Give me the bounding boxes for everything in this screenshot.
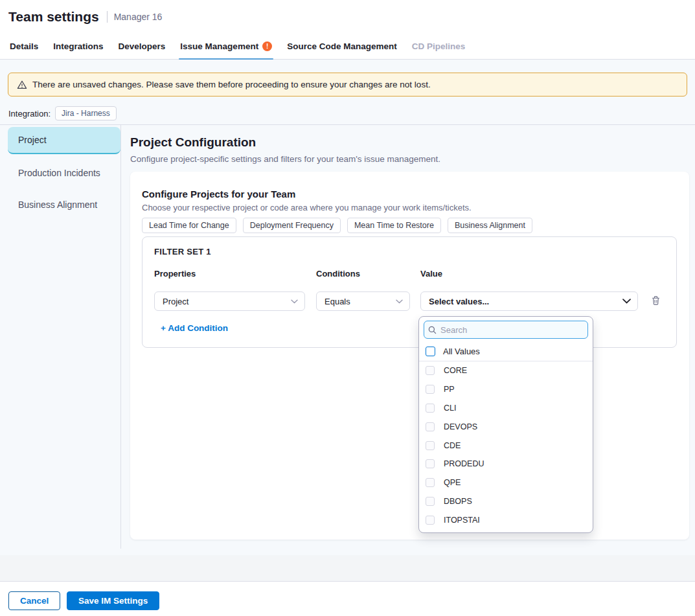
add-condition-button[interactable]: + Add Condition (161, 323, 228, 333)
chip-lead-time-for-change[interactable]: Lead Time for Change (142, 218, 236, 233)
horizontal-divider (0, 124, 695, 125)
tab-source-code-management[interactable]: Source Code Management (286, 34, 398, 59)
filter-set-title: FILTER SET 1 (154, 247, 211, 257)
all-values-option[interactable]: All Values (419, 342, 593, 361)
checkbox-all-values[interactable] (426, 347, 435, 356)
integration-row: Integration: Jira - Harness (8, 106, 117, 120)
tab-details[interactable]: Details (8, 34, 40, 59)
project-configuration-card: Configure Projects for your Team Choose … (130, 172, 689, 540)
cancel-button[interactable]: Cancel (8, 591, 60, 610)
metric-chips: Lead Time for Change Deployment Frequenc… (142, 218, 532, 233)
section-title: Project Configuration (130, 135, 256, 150)
dropdown-option[interactable]: PP (419, 380, 593, 399)
dropdown-option[interactable]: PRODEDU (419, 455, 593, 473)
section-subtitle: Configure project-specific settings and … (130, 154, 440, 164)
checkbox[interactable] (426, 441, 435, 450)
page-subtitle: Manager 16 (114, 12, 163, 22)
checkbox[interactable] (426, 497, 435, 506)
value-dropdown-panel: All Values CORE PP CLI DEVOPS CDE PRODED… (418, 316, 593, 533)
dropdown-option[interactable]: DBOPS (419, 492, 593, 511)
page-header: Team settings Manager 16 (0, 0, 695, 34)
checkbox[interactable] (426, 366, 435, 375)
search-icon (428, 326, 437, 334)
filter-set-1: FILTER SET 1 Properties Conditions Value… (142, 236, 677, 348)
tab-bar: Details Integrations Developers Issue Ma… (0, 34, 695, 60)
chip-mean-time-to-restore[interactable]: Mean Time to Restore (347, 218, 441, 233)
dropdown-option[interactable]: CORE (419, 361, 593, 380)
checkbox[interactable] (426, 404, 435, 413)
chevron-down-icon (291, 299, 298, 304)
conditions-column-label: Conditions (316, 269, 360, 279)
chip-business-alignment[interactable]: Business Alignment (448, 218, 532, 233)
dropdown-option[interactable]: CDE (419, 436, 593, 455)
dropdown-option[interactable]: ITOPSTAI (419, 510, 593, 529)
card-subtitle: Choose your respective project or code a… (142, 203, 472, 212)
unsaved-changes-banner: There are unsaved changes. Please save t… (8, 73, 687, 97)
dropdown-option[interactable]: CLI (419, 399, 593, 418)
condition-select[interactable]: Equals (316, 291, 410, 311)
card-title: Configure Projects for your Team (142, 188, 295, 200)
dropdown-option[interactable]: DEVOPS (419, 417, 593, 436)
dropdown-option[interactable]: PIPE (419, 529, 593, 533)
checkbox[interactable] (426, 422, 435, 431)
banner-text: There are unsaved changes. Please save t… (32, 80, 431, 89)
sidebar-divider (120, 125, 121, 549)
value-multiselect[interactable]: Select values... (420, 291, 638, 311)
dropdown-search[interactable] (424, 321, 588, 339)
delete-condition-button[interactable] (649, 294, 662, 307)
checkbox[interactable] (426, 516, 435, 525)
chevron-down-icon (396, 299, 403, 304)
integration-chip[interactable]: Jira - Harness (55, 106, 117, 120)
chevron-down-icon (622, 299, 631, 304)
tab-integrations[interactable]: Integrations (52, 34, 104, 59)
checkbox[interactable] (426, 459, 435, 468)
dropdown-option[interactable]: QPE (419, 473, 593, 492)
tab-cd-pipelines: CD Pipelines (411, 34, 467, 59)
unsaved-alert-badge: ! (262, 41, 272, 51)
trash-icon (651, 295, 661, 306)
dropdown-options-list: CORE PP CLI DEVOPS CDE PRODEDU QPE DBOPS… (419, 361, 593, 533)
properties-column-label: Properties (154, 269, 196, 279)
sidebar-item-project[interactable]: Project (8, 127, 120, 154)
warning-icon (17, 80, 27, 90)
sidebar-item-production-incidents[interactable]: Production Incidents (18, 168, 100, 178)
content-bottom-strip (0, 555, 695, 581)
checkbox[interactable] (426, 478, 435, 487)
search-input[interactable] (440, 325, 584, 335)
tab-developers[interactable]: Developers (117, 34, 167, 59)
sidebar-item-business-alignment[interactable]: Business Alignment (18, 200, 97, 210)
chip-deployment-frequency[interactable]: Deployment Frequency (243, 218, 341, 233)
value-column-label: Value (420, 269, 442, 279)
page-title: Team settings (8, 9, 99, 25)
tab-issue-management[interactable]: Issue Management ! (179, 34, 273, 59)
footer-bar: Cancel Save IM Settings (0, 581, 695, 616)
property-select[interactable]: Project (154, 291, 305, 311)
save-im-settings-button[interactable]: Save IM Settings (67, 591, 159, 610)
integration-label: Integration: (8, 109, 51, 119)
checkbox[interactable] (426, 385, 435, 394)
title-separator (107, 11, 108, 23)
